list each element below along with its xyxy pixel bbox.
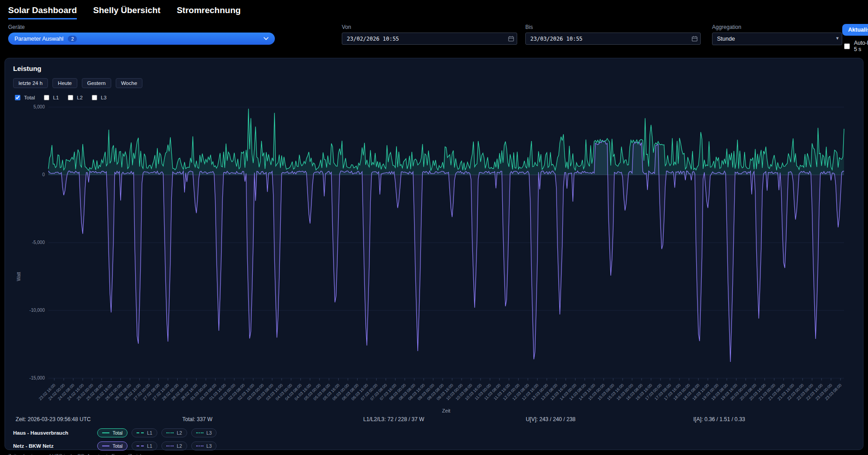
series-toggle-label: L3 (101, 95, 107, 100)
status-total: Total: 337 W (182, 416, 212, 422)
selection-count-badge: 2 (68, 36, 77, 42)
range-button-letzte-24h[interactable]: letzte 24 h (13, 78, 48, 88)
svg-text:-15,000: -15,000 (29, 375, 45, 380)
line-dotted-icon (166, 432, 174, 433)
legend-row-haus: Haus - Hausverbrauch Total L1 L2 L3 (13, 428, 855, 437)
legend-pill-netz-l2[interactable]: L2 (161, 441, 187, 450)
legend-pill-haus-total[interactable]: Total (97, 428, 127, 437)
device-parameter-select[interactable]: Parameter Auswahl 2 (8, 33, 275, 45)
status-voltage: U[V]: 243 / 240 / 238 (526, 416, 576, 422)
quick-range-row: letzte 24 h Heute Gestern Woche (13, 78, 855, 88)
series-toggle-label: Total (24, 95, 35, 100)
status-row: Zeit: 2026-03-23 09:56:48 UTC Total: 337… (13, 416, 855, 424)
von-datetime-input[interactable] (342, 33, 517, 45)
bis-label: Bis (525, 24, 701, 30)
filter-bar: Geräte Parameter Auswahl 2 Von Bis Aggre… (0, 19, 868, 58)
leistung-panel: Leistung letzte 24 h Heute Gestern Woche… (5, 58, 863, 450)
top-nav: Solar Dashboard Shelly Übersicht Stromre… (0, 0, 868, 19)
legend-pill-haus-l1[interactable]: L1 (132, 428, 157, 437)
nav-tab-solar-dashboard[interactable]: Solar Dashboard (8, 5, 77, 19)
chevron-down-icon (264, 37, 269, 40)
aggregation-select[interactable]: Stunde (712, 33, 842, 45)
line-solid-icon (102, 446, 109, 446)
series-checkbox-l3[interactable] (92, 95, 97, 100)
range-button-heute[interactable]: Heute (52, 78, 77, 88)
legend-row-netz: Netz - BKW Netz Total L1 L2 L3 (13, 441, 855, 450)
calendar-icon[interactable] (692, 35, 698, 43)
series-toggle-label: L2 (77, 95, 83, 100)
refresh-button[interactable]: Aktualisieren (842, 24, 868, 36)
legend-group-haus: Haus - Hausverbrauch (13, 430, 97, 436)
legend-group-netz: Netz - BKW Netz (13, 443, 97, 449)
legend-pill-netz-l1[interactable]: L1 (132, 441, 157, 450)
svg-text:-5,000: -5,000 (32, 240, 45, 245)
range-button-gestern[interactable]: Gestern (82, 78, 111, 88)
series-checkbox-total[interactable] (15, 95, 20, 100)
status-phases: L1/L2/L3: 72 / 228 / 37 W (363, 416, 425, 422)
calendar-icon[interactable] (508, 35, 514, 43)
nav-tab-shelly-uebersicht[interactable]: Shelly Übersicht (93, 5, 160, 19)
series-toggle-label: L1 (53, 95, 59, 100)
nav-tab-stromrechnung[interactable]: Stromrechnung (177, 5, 241, 19)
svg-text:0: 0 (42, 172, 45, 177)
line-solid-icon (102, 432, 109, 433)
power-chart[interactable]: 5,0000-5,000-10,000-15,00023.02 16:0024.… (13, 103, 847, 415)
line-dashed-icon (137, 446, 144, 446)
bis-datetime-input[interactable] (525, 33, 701, 45)
legend-pill-haus-l2[interactable]: L2 (161, 428, 187, 437)
legend-pill-haus-l3[interactable]: L3 (191, 428, 217, 437)
device-parameter-label: Parameter Auswahl (14, 36, 63, 42)
series-checkbox-l1[interactable] (44, 95, 49, 100)
svg-text:-10,000: -10,000 (29, 308, 45, 313)
status-time: Zeit: 2026-03-23 09:56:48 UTC (16, 416, 91, 422)
geraete-label: Geräte (8, 24, 275, 30)
series-checkbox-l2[interactable] (68, 95, 73, 100)
von-label: Von (342, 24, 517, 30)
auto-refresh-checkbox[interactable] (844, 43, 850, 49)
svg-text:Zeit: Zeit (442, 408, 450, 413)
panel-title: Leistung (13, 65, 855, 72)
range-button-woche[interactable]: Woche (116, 78, 143, 88)
status-current: I[A]: 0.36 / 1.51 / 0.33 (693, 416, 745, 422)
svg-text:5,000: 5,000 (33, 104, 45, 109)
aggregation-label: Aggregation (712, 24, 842, 30)
line-dotted-icon (196, 432, 203, 433)
auto-refresh-label: Auto-Refresh 5 s (854, 40, 868, 52)
svg-text:Watt: Watt (16, 272, 21, 281)
legend-pill-netz-total[interactable]: Total (97, 441, 127, 450)
line-dotted-icon (166, 446, 174, 446)
line-dashed-icon (137, 432, 144, 433)
timezone-note: Zeiten basieren auf UTC in der DB. Anzei… (0, 450, 868, 455)
legend-pill-netz-l3[interactable]: L3 (191, 441, 217, 450)
series-toggle-row: Total L1 L2 L3 (13, 94, 855, 102)
line-dotted-icon (196, 446, 203, 446)
